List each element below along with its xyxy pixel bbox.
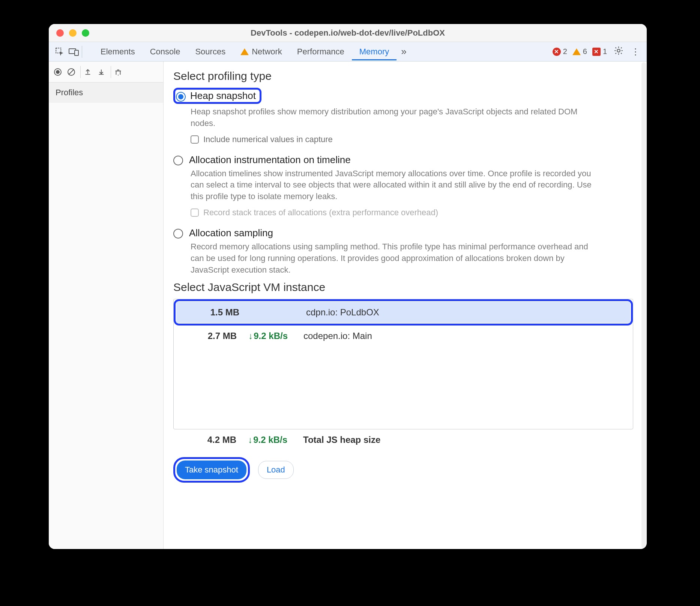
radio-heap-snapshot[interactable]: [176, 92, 186, 102]
tab-memory[interactable]: Memory: [352, 43, 397, 60]
window-controls: [56, 29, 89, 37]
down-arrow-icon: ↓: [248, 435, 252, 445]
load-button[interactable]: Load: [258, 461, 294, 479]
vm-size: 2.7 MB: [188, 331, 237, 341]
select-profiling-type-heading: Select profiling type: [173, 70, 636, 82]
radio-alloc-sampling[interactable]: [173, 229, 183, 238]
vm-total-label: Total JS heap size: [293, 435, 380, 445]
vm-rate: ↓9.2 kB/s: [237, 331, 293, 341]
issue-icon: ✕: [592, 48, 601, 56]
more-tabs-button[interactable]: »: [397, 46, 411, 57]
tab-network-label: Network: [252, 47, 282, 56]
vm-instance-list: 1.5 MB cdpn.io: PoLdbOX 2.7 MB ↓9.2 kB/s…: [173, 299, 633, 429]
sidebar: Profiles: [49, 62, 164, 549]
radio-alloc-timeline-label: Allocation instrumentation on timeline: [189, 154, 351, 166]
vm-size: 1.5 MB: [191, 307, 239, 318]
more-menu-icon[interactable]: ⋮: [627, 46, 644, 57]
error-count: 2: [563, 47, 567, 56]
separator: [82, 46, 82, 58]
profiling-option-heap[interactable]: Heap snapshot: [173, 88, 636, 104]
down-arrow-icon: ↓: [248, 331, 253, 341]
warning-count: 6: [583, 47, 587, 56]
tabs-bar: Elements Console Sources Network Perform…: [49, 42, 647, 62]
window-title: DevTools - codepen.io/web-dot-dev/live/P…: [49, 28, 647, 38]
svg-point-5: [56, 70, 60, 74]
vm-total-rate: ↓9.2 kB/s: [236, 435, 293, 445]
zoom-window-button[interactable]: [82, 29, 89, 37]
checkbox-include-numerical-label: Include numerical values in capture: [203, 135, 333, 144]
record-icon[interactable]: [53, 68, 64, 76]
tab-sources[interactable]: Sources: [188, 43, 233, 60]
titlebar: DevTools - codepen.io/web-dot-dev/live/P…: [49, 24, 647, 42]
collect-garbage-icon[interactable]: [114, 68, 125, 76]
clear-icon[interactable]: [67, 68, 77, 76]
close-window-button[interactable]: [56, 29, 64, 37]
issue-count: 1: [603, 47, 607, 56]
radio-alloc-sampling-label: Allocation sampling: [189, 227, 273, 239]
checkbox-record-stack-label: Record stack traces of allocations (extr…: [203, 208, 438, 218]
vm-name: cdpn.io: PoLdbOX: [296, 307, 379, 318]
radio-alloc-timeline[interactable]: [173, 156, 183, 165]
profiling-option-alloc-timeline[interactable]: Allocation instrumentation on timeline: [173, 154, 636, 166]
heap-include-numerical[interactable]: Include numerical values in capture: [191, 135, 636, 144]
vm-name: codepen.io: Main: [293, 331, 372, 341]
inspect-element-icon[interactable]: [55, 47, 65, 57]
vm-filler: [174, 346, 633, 429]
tab-elements[interactable]: Elements: [93, 43, 143, 60]
heap-description: Heap snapshot profiles show memory distr…: [191, 106, 596, 129]
tab-console[interactable]: Console: [143, 43, 188, 60]
settings-gear-icon[interactable]: [610, 46, 627, 58]
tab-performance[interactable]: Performance: [290, 43, 352, 60]
devtools-window: DevTools - codepen.io/web-dot-dev/live/P…: [49, 24, 647, 549]
tab-network[interactable]: Network: [233, 43, 290, 60]
record-stack-traces-line: Record stack traces of allocations (extr…: [191, 208, 636, 218]
warning-icon: [572, 48, 581, 55]
take-snapshot-button[interactable]: Take snapshot: [177, 460, 246, 479]
profiles-heading[interactable]: Profiles: [49, 82, 163, 103]
sidebar-tools: [49, 62, 163, 82]
alloc-timeline-description: Allocation timelines show instrumented J…: [191, 168, 596, 202]
svg-point-3: [617, 49, 620, 52]
alloc-sampling-description: Record memory allocations using sampling…: [191, 241, 596, 276]
minimize-window-button[interactable]: [69, 29, 77, 37]
status-badges[interactable]: ✕2 6 ✕1: [553, 47, 610, 56]
download-icon[interactable]: [97, 68, 108, 76]
toggle-device-icon[interactable]: [68, 47, 79, 57]
warning-icon: [240, 48, 249, 55]
vm-total-size: 4.2 MB: [188, 435, 236, 445]
highlight-ring: Heap snapshot: [173, 88, 261, 104]
vm-row[interactable]: 2.7 MB ↓9.2 kB/s codepen.io: Main: [174, 326, 633, 346]
checkbox-record-stack: [191, 208, 199, 217]
vm-instance-heading: Select JavaScript VM instance: [173, 281, 636, 294]
svg-rect-2: [75, 50, 78, 56]
checkbox-include-numerical[interactable]: [191, 135, 199, 144]
error-icon: ✕: [553, 48, 561, 56]
scrollbar[interactable]: [641, 62, 646, 548]
svg-line-7: [69, 69, 74, 75]
upload-icon[interactable]: [84, 68, 94, 76]
main-split: Profiles Select profiling type Heap snap…: [49, 62, 647, 549]
content-pane: Select profiling type Heap snapshot Heap…: [164, 62, 647, 549]
vm-row-selected[interactable]: 1.5 MB cdpn.io: PoLdbOX: [176, 302, 630, 323]
profiling-option-alloc-sampling[interactable]: Allocation sampling: [173, 227, 636, 239]
radio-heap-label: Heap snapshot: [190, 90, 256, 102]
vm-total-row: 4.2 MB ↓9.2 kB/s Total JS heap size: [173, 429, 636, 450]
